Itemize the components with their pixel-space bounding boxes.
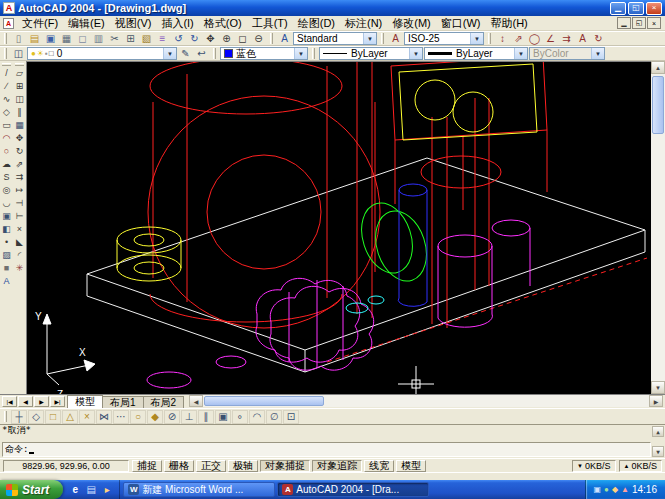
cut-icon[interactable]: ✂	[107, 32, 122, 45]
menu-dimension[interactable]: 标注(N)	[340, 16, 387, 30]
snap-intersection-icon[interactable]: ×	[79, 410, 95, 424]
minimize-button[interactable]: ▁	[610, 2, 626, 15]
dim-linear-icon[interactable]: ↕	[495, 32, 510, 45]
mirror-icon[interactable]: ◫	[13, 93, 26, 106]
zoom-window-icon[interactable]: ◻	[235, 32, 250, 45]
toolbar-drag-handle[interactable]	[4, 48, 7, 59]
vertical-scroll-track[interactable]	[651, 74, 665, 381]
toggle-ortho[interactable]: 正交	[196, 460, 226, 472]
point-icon[interactable]: •	[0, 236, 13, 249]
chevron-down-icon[interactable]: ▼	[294, 48, 307, 59]
chevron-down-icon[interactable]: ▼	[514, 48, 527, 59]
match-properties-icon[interactable]: ≡	[155, 32, 170, 45]
toolbar-drag-handle[interactable]	[270, 33, 273, 44]
vertical-scrollbar[interactable]: ▲ ▼	[651, 61, 665, 394]
revision-cloud-icon[interactable]: ☁	[0, 158, 13, 171]
snap-apparent-intersection-icon[interactable]: ⋈	[96, 410, 112, 424]
menu-help[interactable]: 帮助(H)	[486, 16, 533, 30]
command-input[interactable]: 命令:	[2, 442, 651, 457]
make-object-layer-current-icon[interactable]: ✎	[178, 47, 193, 60]
menu-modify[interactable]: 修改(M)	[387, 16, 436, 30]
menu-insert[interactable]: 插入(I)	[156, 16, 198, 30]
tray-icon-im[interactable]: ◆	[612, 486, 618, 494]
ellipse-icon[interactable]: ◎	[0, 184, 13, 197]
toggle-osnap[interactable]: 对象捕捉	[260, 460, 310, 472]
menu-draw[interactable]: 绘图(D)	[293, 16, 340, 30]
spline-icon[interactable]: S	[0, 171, 13, 184]
erase-icon[interactable]: ▱	[13, 67, 26, 80]
snap-extension-icon[interactable]: ⋯	[113, 410, 129, 424]
hatch-icon[interactable]: ▨	[0, 249, 13, 262]
toggle-otrack[interactable]: 对象追踪	[312, 460, 362, 472]
multiline-text-icon[interactable]: A	[0, 275, 13, 288]
toolbar-drag-handle[interactable]	[4, 411, 7, 422]
explode-icon[interactable]: ✳	[13, 262, 26, 275]
save-icon[interactable]: ▣	[43, 32, 58, 45]
ellipse-arc-icon[interactable]: ◡	[0, 197, 13, 210]
tab-nav-last[interactable]: ▶|	[50, 396, 65, 407]
horizontal-scroll-thumb[interactable]	[204, 396, 324, 406]
layers-manager-icon[interactable]: ◫	[11, 47, 26, 60]
color-combo[interactable]: 蓝色 ▼	[220, 47, 308, 60]
text-style-icon[interactable]: A	[277, 32, 292, 45]
media-player-icon[interactable]: ▸	[100, 483, 114, 497]
text-style-combo[interactable]: Standard ▼	[293, 32, 377, 45]
task-word[interactable]: W 新建 Microsoft Word ...	[123, 482, 275, 497]
command-scrollbar[interactable]: ▲ ▼	[652, 426, 664, 457]
scroll-up-icon[interactable]: ▲	[651, 61, 665, 74]
tab-layout1[interactable]: 布局1	[102, 396, 144, 408]
extend-icon[interactable]: ⊢	[13, 210, 26, 223]
paste-icon[interactable]: ▧	[139, 32, 154, 45]
temp-track-point-icon[interactable]: ┼	[11, 410, 27, 424]
task-autocad[interactable]: A AutoCAD 2004 - [Dra...	[277, 482, 429, 497]
toggle-lineweight[interactable]: 线宽	[364, 460, 394, 472]
chevron-down-icon[interactable]: ▼	[363, 33, 376, 44]
chevron-down-icon[interactable]: ▼	[163, 48, 176, 59]
tab-model[interactable]: 模型	[67, 395, 103, 408]
restore-button[interactable]: ◱	[628, 2, 644, 15]
drawing-canvas[interactable]: Y X Z	[26, 61, 651, 394]
redo-icon[interactable]: ↻	[187, 32, 202, 45]
toolbar-drag-handle[interactable]	[381, 33, 384, 44]
tray-icon-display[interactable]: ▣	[593, 486, 601, 494]
undo-icon[interactable]: ↺	[171, 32, 186, 45]
polyline-icon[interactable]: ∿	[0, 93, 13, 106]
menu-edit[interactable]: 编辑(E)	[63, 16, 110, 30]
line-icon[interactable]: /	[0, 67, 13, 80]
ie-icon[interactable]: e	[68, 483, 82, 497]
scroll-down-icon[interactable]: ▼	[652, 446, 664, 457]
rectangle-icon[interactable]: ▭	[0, 119, 13, 132]
tab-layout2[interactable]: 布局2	[143, 396, 185, 408]
trim-icon[interactable]: ⊣	[13, 197, 26, 210]
snap-center-icon[interactable]: ○	[130, 410, 146, 424]
dim-angular-icon[interactable]: ∠	[543, 32, 558, 45]
snap-parallel-icon[interactable]: ∥	[198, 410, 214, 424]
snap-quadrant-icon[interactable]: ◆	[147, 410, 163, 424]
copy-icon[interactable]: ⊞	[123, 32, 138, 45]
doc-minimize-button[interactable]: ▁	[617, 17, 631, 29]
snap-none-icon[interactable]: ∅	[266, 410, 282, 424]
toggle-model[interactable]: 模型	[396, 460, 426, 472]
toolbar-drag-handle[interactable]	[4, 33, 7, 44]
construction-line-icon[interactable]: ∕	[0, 80, 13, 93]
open-icon[interactable]: ▤	[27, 32, 42, 45]
doc-restore-button[interactable]: ◱	[632, 17, 646, 29]
snap-from-icon[interactable]: ◇	[28, 410, 44, 424]
break-icon[interactable]: ×	[13, 223, 26, 236]
scroll-up-icon[interactable]: ▲	[652, 426, 664, 437]
snap-node-icon[interactable]: ∘	[232, 410, 248, 424]
menu-tools[interactable]: 工具(T)	[247, 16, 293, 30]
tab-nav-first[interactable]: |◀	[2, 396, 17, 407]
menu-view[interactable]: 视图(V)	[110, 16, 157, 30]
chevron-down-icon[interactable]: ▼	[470, 33, 483, 44]
tray-icon-volume[interactable]: ▲	[621, 486, 629, 494]
lengthen-icon[interactable]: ↦	[13, 184, 26, 197]
toolbar-drag-handle[interactable]	[488, 33, 491, 44]
clock[interactable]: 14:16	[632, 484, 657, 495]
toolbar-drag-handle[interactable]	[312, 48, 315, 59]
tab-nav-next[interactable]: ▶	[34, 396, 49, 407]
dim-style-combo[interactable]: ISO-25 ▼	[404, 32, 484, 45]
dim-text-icon[interactable]: A	[575, 32, 590, 45]
toolbar-drag-handle[interactable]	[15, 63, 24, 66]
horizontal-scroll-track[interactable]	[325, 395, 649, 407]
